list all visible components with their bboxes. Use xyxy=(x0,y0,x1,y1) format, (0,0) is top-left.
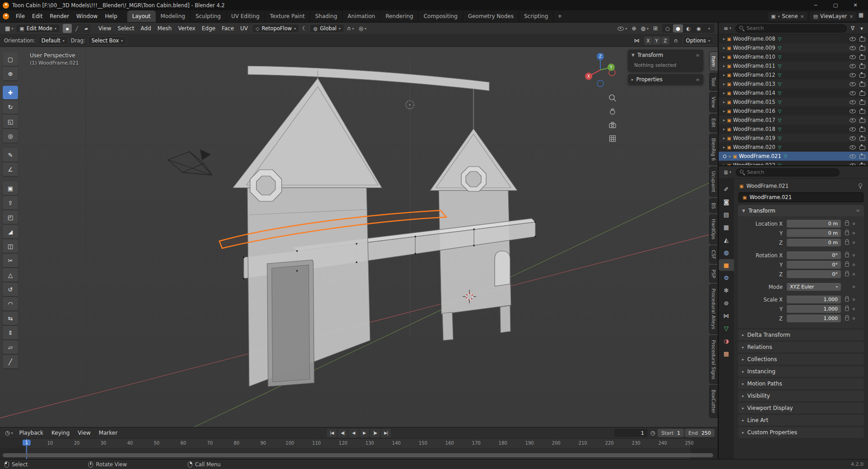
inset-faces-tool[interactable]: ◰ xyxy=(3,210,18,224)
workspace-tab[interactable]: UV Editing xyxy=(226,10,265,22)
properties-tab-particles[interactable]: ✻ xyxy=(719,284,734,296)
animate-dot-icon[interactable] xyxy=(853,254,855,256)
play[interactable]: ▶ xyxy=(359,429,369,437)
disable-render-camera-icon[interactable] xyxy=(859,36,865,42)
spin-tool[interactable]: ↺ xyxy=(3,283,18,296)
material-preview-shading[interactable]: ◐ xyxy=(683,24,693,33)
object-name[interactable]: WoodFrame.012 xyxy=(733,72,775,78)
lock-icon[interactable] xyxy=(845,222,849,226)
properties-tab-constraints[interactable]: ⋈ xyxy=(719,310,734,321)
measure-tool[interactable]: ∠ xyxy=(3,163,18,176)
ortho-grid-icon[interactable] xyxy=(607,133,618,144)
viewport-menu[interactable]: Face xyxy=(218,25,237,32)
n-panel-tab[interactable]: BoxCutter xyxy=(709,385,718,418)
blender-menu-icon[interactable] xyxy=(3,13,9,19)
navigation-gizmo[interactable]: Z X Y xyxy=(580,50,621,90)
disable-render-camera-icon[interactable] xyxy=(859,90,865,96)
lock-icon[interactable] xyxy=(845,241,849,245)
hide-viewport-eye-icon[interactable] xyxy=(849,117,856,123)
scale-tool[interactable]: ◱ xyxy=(3,115,18,128)
retopoflow-dropdown[interactable]: ◇ RetopoFlow ▾ xyxy=(252,24,299,33)
properties-tab-modifiers[interactable]: ⚙ xyxy=(719,272,734,283)
rendered-shading[interactable]: ◉ xyxy=(694,24,704,33)
drag-dropdown[interactable]: Select Box ▾ xyxy=(88,36,127,45)
jump-to-end[interactable]: ▶| xyxy=(381,429,391,437)
expand-caret-icon[interactable]: ▸ xyxy=(729,154,731,158)
collapsed-panel[interactable]: ▸ Motion Paths xyxy=(738,378,864,389)
properties-tab-world[interactable]: ◍ xyxy=(719,246,734,258)
viewport-menu[interactable]: Edge xyxy=(199,25,218,32)
lock-icon[interactable] xyxy=(845,232,849,235)
extrude-region-tool[interactable]: ⇧ xyxy=(3,196,18,209)
transform-tool[interactable]: ◎ xyxy=(3,129,18,143)
viewport-menu[interactable]: View xyxy=(95,25,114,32)
object-name-field[interactable]: ▣ WoodFrame.021 xyxy=(738,192,863,202)
collapsed-panel[interactable]: ▸ Viewport Display xyxy=(738,403,864,413)
workspace-tab[interactable]: Modeling xyxy=(156,10,191,22)
collapsed-panel[interactable]: ▸ Relations xyxy=(738,342,864,353)
object-name[interactable]: WoodFrame.022 xyxy=(733,162,775,165)
face-select-mode[interactable]: ▰ xyxy=(82,24,91,33)
transform-orientation-dropdown[interactable]: ◍ Global ▾ xyxy=(310,24,344,33)
workspace-tab[interactable]: Scripting xyxy=(519,10,553,22)
mode-dropdown[interactable]: ▣ Edit Mode ▾ xyxy=(16,24,60,33)
animate-dot-icon[interactable] xyxy=(853,241,855,244)
properties-tab-material[interactable]: ◑ xyxy=(719,335,734,347)
n-panel-tab[interactable]: PSP xyxy=(709,265,718,283)
workspace-tab[interactable]: Texture Paint xyxy=(265,10,310,22)
maximize-button[interactable]: ▢ xyxy=(826,0,845,10)
disable-render-camera-icon[interactable] xyxy=(859,81,865,87)
object-name[interactable]: WoodFrame.015 xyxy=(733,99,775,105)
workspace-tab[interactable]: Compositing xyxy=(418,10,463,22)
value-field[interactable]: 0 m ▾ xyxy=(787,229,841,237)
n-panel-transform-header[interactable]: ▼ Transform ≡ xyxy=(628,50,703,60)
frame-end-field[interactable]: End 250 xyxy=(685,429,715,437)
collapsed-panel[interactable]: ▸ Delta Transform xyxy=(738,330,864,340)
loop-cut-tool[interactable]: ◫ xyxy=(3,239,18,253)
show-overlays-button[interactable]: ◍ ▾ xyxy=(639,24,650,33)
timeline-menu[interactable]: Marker xyxy=(95,430,121,436)
object-name[interactable]: WoodFrame.016 xyxy=(733,108,775,114)
animate-dot-icon[interactable] xyxy=(853,317,855,320)
zoom-icon[interactable] xyxy=(607,92,618,104)
object-name[interactable]: WoodFrame.019 xyxy=(733,135,775,141)
edge-slide-tool[interactable]: ⇆ xyxy=(3,311,18,325)
value-field[interactable]: 1.000 ▾ xyxy=(787,315,841,322)
viewlayer-selector[interactable]: ▤ ViewLayer × xyxy=(810,12,857,21)
outliner-row[interactable]: ▸ ▣ WoodFrame.014 ▽ xyxy=(719,88,868,98)
xray-toggle-icon[interactable]: ⊞ xyxy=(651,24,659,33)
outliner-row[interactable]: ▸ ▣ WoodFrame.008 ▽ xyxy=(719,34,868,43)
edge-select-mode[interactable]: ╱ xyxy=(72,24,81,33)
properties-search-input[interactable] xyxy=(747,169,836,175)
shading-dropdown[interactable]: ▾ xyxy=(704,24,714,33)
properties-tab-physics[interactable]: ⊚ xyxy=(719,297,734,309)
pan-hand-icon[interactable] xyxy=(607,106,618,117)
disable-render-camera-icon[interactable] xyxy=(859,126,865,132)
frame-start-field[interactable]: Start 1 xyxy=(658,429,684,437)
timeline-scrollbar[interactable] xyxy=(3,453,713,457)
disable-render-camera-icon[interactable] xyxy=(859,153,865,159)
cursor-tool[interactable]: ⊕ xyxy=(3,67,18,80)
outliner-search[interactable] xyxy=(735,24,847,33)
object-name[interactable]: WoodFrame.011 xyxy=(733,63,775,69)
value-field[interactable]: 1.000 ▾ xyxy=(787,296,841,303)
topbar-menu[interactable]: Render xyxy=(46,10,73,22)
properties-tab-texture[interactable]: ▩ xyxy=(719,348,734,359)
hide-viewport-eye-icon[interactable] xyxy=(849,54,856,60)
play-reverse[interactable]: ◀ xyxy=(348,429,358,437)
shear-tool[interactable]: ▱ xyxy=(3,340,18,354)
object-name[interactable]: WoodFrame.014 xyxy=(733,90,775,96)
lock-icon[interactable] xyxy=(845,263,849,267)
value-field[interactable]: 1.000 ▾ xyxy=(787,305,841,313)
outliner-options-dropdown[interactable]: ▾ xyxy=(859,24,865,33)
n-panel-tab[interactable]: Procedural Signs xyxy=(709,335,718,384)
shading-moon-icon[interactable]: ☾ xyxy=(300,24,309,33)
properties-tab-view-layer[interactable]: ▦ xyxy=(719,221,734,233)
outliner-row[interactable]: ▸ ▣ WoodFrame.016 ▽ xyxy=(719,107,868,116)
outliner-search-input[interactable] xyxy=(747,25,843,31)
scene-unlink-icon[interactable]: × xyxy=(800,14,804,19)
timeline-ruler[interactable]: 1 10203040506070809010011012013014015016… xyxy=(0,438,718,459)
expand-caret-icon[interactable]: ▸ xyxy=(723,118,725,122)
n-panel-properties-header[interactable]: ▸ Properties ≡ xyxy=(628,74,703,85)
topbar-menu[interactable]: Edit xyxy=(28,10,46,22)
